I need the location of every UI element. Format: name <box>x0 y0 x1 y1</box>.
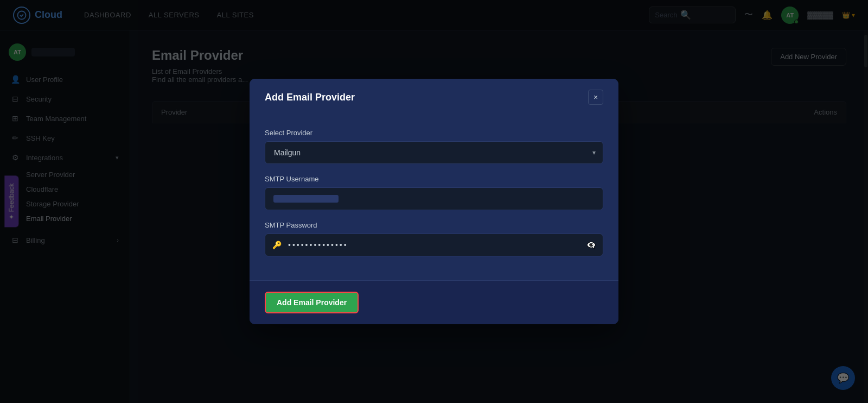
modal-overlay[interactable]: Add Email Provider × Select Provider Mai… <box>0 0 868 403</box>
modal-footer: Add Email Provider <box>250 280 618 324</box>
username-filled-placeholder <box>273 195 339 203</box>
smtp-password-label: SMTP Password <box>265 221 603 229</box>
close-icon: × <box>593 93 598 102</box>
password-input-wrapper: 🔑 👁‍🗨 <box>265 234 603 256</box>
username-input-wrapper <box>265 187 603 210</box>
modal-close-button[interactable]: × <box>588 90 603 105</box>
modal-title: Add Email Provider <box>265 92 355 103</box>
smtp-username-label: SMTP Username <box>265 175 603 183</box>
smtp-password-input[interactable] <box>265 234 603 256</box>
modal-header: Add Email Provider × <box>250 79 618 116</box>
select-provider-group: Select Provider Mailgun SendGrid Amazon … <box>265 129 603 164</box>
add-email-provider-button[interactable]: Add Email Provider <box>265 292 359 313</box>
add-email-provider-modal: Add Email Provider × Select Provider Mai… <box>250 79 618 324</box>
smtp-username-group: SMTP Username <box>265 175 603 210</box>
provider-select[interactable]: Mailgun SendGrid Amazon SES Postmark <box>265 141 603 164</box>
smtp-password-group: SMTP Password 🔑 👁‍🗨 <box>265 221 603 256</box>
select-provider-label: Select Provider <box>265 129 603 137</box>
select-wrapper: Mailgun SendGrid Amazon SES Postmark ▾ <box>265 141 603 164</box>
modal-body: Select Provider Mailgun SendGrid Amazon … <box>250 116 618 280</box>
password-key-icon: 🔑 <box>272 241 282 249</box>
password-toggle-icon[interactable]: 👁‍🗨 <box>586 241 596 249</box>
